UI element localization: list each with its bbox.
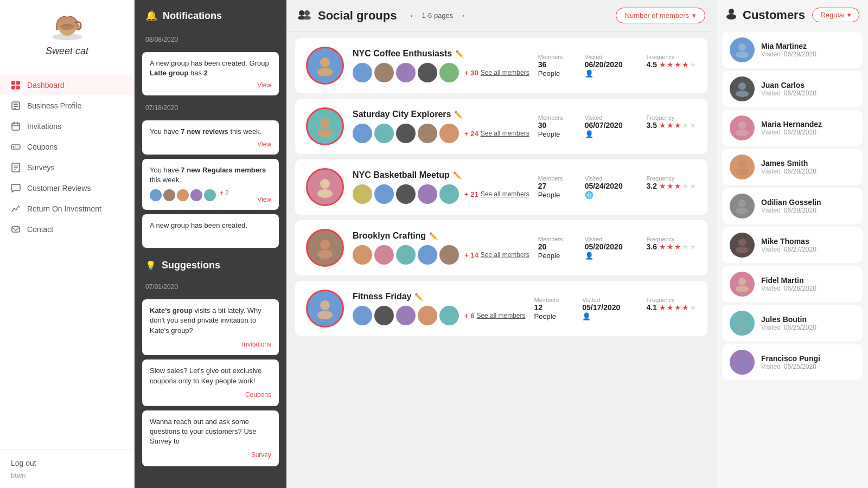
svg-point-26 [320, 57, 330, 67]
svg-rect-10 [12, 123, 20, 130]
logout-link[interactable]: Log out [11, 459, 36, 467]
customer-info-9: Francisco Pungi Visited 06/25/2020 [761, 354, 855, 370]
notification-card-4: A new group has been created. [142, 214, 279, 248]
customer-card-1[interactable]: Mia Martinez Visited 06/29/2020 [722, 32, 863, 68]
mini-avatar [163, 189, 175, 201]
prev-page-button[interactable]: ← [409, 11, 417, 21]
svg-point-32 [320, 240, 330, 249]
svg-point-29 [317, 129, 333, 137]
customer-visited-6: Visited 06/27/2020 [761, 246, 855, 253]
svg-point-40 [738, 82, 746, 90]
date-label-2: 07/18/2020 [135, 100, 286, 116]
customer-card-7[interactable]: Fidel Martin Visited 06/26/2020 [722, 266, 863, 302]
stars-5: ★★★★★ [659, 303, 697, 312]
customer-avatar-9 [730, 350, 755, 375]
edit-icon-2[interactable]: ✏️ [454, 111, 463, 119]
svg-point-41 [736, 91, 749, 97]
pagination: ← 1-6 pages → [409, 11, 466, 21]
sidebar-item-coupons[interactable]: Coupons [0, 137, 134, 157]
stat-visited-1: Visited 06/20/2020 👤 [585, 54, 630, 78]
surveys-icon [11, 163, 21, 172]
invitations-link[interactable]: Invitations [150, 340, 271, 349]
customer-name-8: Jules Boutin [761, 315, 855, 324]
see-all-2[interactable]: See all members [481, 130, 529, 137]
sidebar-item-business-profile[interactable]: Business Profile [0, 95, 134, 116]
customer-info-3: Maria Hernandez Visited 06/28/2020 [761, 120, 855, 136]
customer-avatar-1 [730, 37, 755, 62]
stat-members-4: Members 20 People [538, 236, 569, 260]
see-all-3[interactable]: See all members [481, 190, 529, 198]
sidebar-item-roi[interactable]: Return On Investment [0, 198, 134, 219]
customer-name-7: Fidel Martin [761, 276, 855, 285]
customer-avatar-5 [730, 194, 755, 219]
sidebar-item-dashboard[interactable]: Dashboard [0, 75, 134, 95]
suggestions-title: Suggestions [162, 260, 220, 271]
customer-name-2: Juan Carlos [761, 81, 855, 89]
view-link-2[interactable]: View [257, 140, 271, 148]
customer-info-5: Odilian Gosselin Visited 06/28/2020 [761, 198, 855, 214]
view-link-1[interactable]: View [257, 81, 271, 89]
business-profile-icon [11, 101, 21, 111]
more-badge-5: + 6 [464, 312, 474, 320]
social-groups-title: Social groups [318, 9, 397, 23]
sidebar-item-surveys[interactable]: Surveys [0, 157, 134, 178]
stars-4: ★★★★★ [659, 242, 697, 251]
next-page-button[interactable]: → [457, 11, 466, 21]
view-link-3[interactable]: View [257, 196, 271, 203]
member-avatar [439, 63, 459, 82]
stat-frequency-3: Frequency 3.2 ★★★★★ [647, 175, 697, 199]
customer-info-1: Mia Martinez Visited 06/29/2020 [761, 42, 855, 58]
group-card-inner-5: Fitness Friday ✏️ + 6 See all members [353, 292, 525, 325]
notifications-title: Notifications [163, 10, 222, 22]
customer-info-7: Fidel Martin Visited 06/26/2020 [761, 276, 855, 292]
sidebar-item-contact[interactable]: Contact [0, 219, 134, 240]
regular-label: Regular [820, 11, 845, 19]
group-card-3: NYC Basketball Meetup ✏️ + 21 See all me… [295, 159, 707, 215]
group-members-avatars-1: + 30 See all members [353, 63, 529, 82]
coupons-link[interactable]: Coupons [150, 390, 271, 400]
more-badge-2: + 24 [464, 130, 478, 138]
stat-frequency-1: Frequency 4.5 ★★★★★ [647, 54, 697, 78]
customer-name-4: James Smith [761, 159, 855, 168]
svg-point-49 [736, 247, 749, 253]
member-avatar [418, 124, 437, 143]
member-avatar [353, 63, 372, 82]
member-avatar [396, 245, 416, 265]
svg-point-50 [738, 278, 746, 285]
svg-rect-2 [11, 81, 15, 85]
sidebar-item-label: Return On Investment [27, 204, 101, 213]
customer-card-8[interactable]: Jules Boutin Visited 06/25/2020 [722, 305, 863, 341]
plus-badge: + 2 [220, 189, 229, 201]
customer-card-9[interactable]: Francisco Pungi Visited 06/25/2020 [722, 344, 863, 380]
customer-card-4[interactable]: James Smith Visited 06/28/2020 [722, 149, 863, 185]
customer-card-5[interactable]: Odilian Gosselin Visited 06/28/2020 [722, 188, 863, 224]
member-avatar [374, 63, 394, 82]
filter-members-button[interactable]: Number of members ▾ [616, 8, 705, 23]
see-all-4[interactable]: See all members [481, 251, 529, 259]
sidebar-item-label: Coupons [27, 143, 58, 151]
customer-card-2[interactable]: Juan Carlos Visited 06/29/2020 [722, 71, 863, 107]
groups-list: NYC Coffee Enthusiasts ✏️ + 30 See all m… [286, 31, 716, 343]
roi-icon [11, 204, 21, 214]
edit-icon-3[interactable]: ✏️ [453, 171, 462, 179]
group-members-avatars-4: + 14 See all members [353, 245, 529, 265]
survey-link[interactable]: Survey [150, 451, 271, 460]
more-badge-3: + 21 [464, 190, 478, 198]
suggestion-card-2: Slow sales? Let's give out exclusive cou… [142, 359, 279, 406]
edit-icon-5[interactable]: ✏️ [414, 293, 423, 301]
sidebar-item-customer-reviews[interactable]: Customer Reviews [0, 178, 134, 198]
regular-filter-button[interactable]: Regular ▾ [812, 8, 859, 22]
sidebar-item-invitations[interactable]: Invitations [0, 116, 134, 137]
suggestion-date-1: 07/01/2020 [135, 279, 286, 295]
group-avatar-5 [306, 290, 344, 328]
edit-icon-4[interactable]: ✏️ [429, 232, 438, 240]
see-all-1[interactable]: See all members [481, 69, 529, 76]
customer-visited-5: Visited 06/28/2020 [761, 207, 855, 214]
customer-card-6[interactable]: Mike Thomas Visited 06/27/2020 [722, 227, 863, 263]
edit-icon-1[interactable]: ✏️ [455, 50, 464, 58]
customer-avatar-2 [730, 76, 755, 101]
main-header: Social groups ← 1-6 pages → Number of me… [286, 0, 716, 31]
customer-card-3[interactable]: Maria Hernandez Visited 06/28/2020 [722, 110, 863, 146]
see-all-5[interactable]: See all members [476, 312, 525, 319]
notifications-header: 🔔 Notifications [135, 0, 286, 31]
